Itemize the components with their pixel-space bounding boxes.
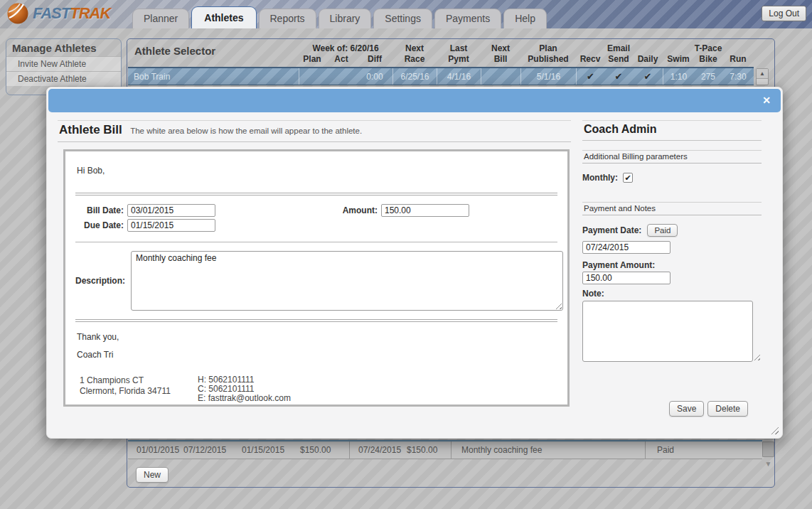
col-send: Send <box>604 54 633 65</box>
check-recv-icon: ✔ <box>576 68 604 85</box>
cell-pymt: 4/1/16 <box>437 68 481 85</box>
tab-settings[interactable]: Settings <box>373 9 432 28</box>
note-label: Note: <box>582 289 762 299</box>
payment-date-label: Payment Date: <box>582 225 641 235</box>
sidebar-item-deactivate-athlete[interactable]: Deactivate Athlete <box>6 71 121 86</box>
cell-run: 7:30 <box>722 68 754 85</box>
coach-admin-title: Coach Admin <box>584 123 657 135</box>
top-navigation-bar: FastTrak Planner Athletes Reports Librar… <box>0 0 812 28</box>
divider <box>75 242 557 242</box>
coach-contact: H: 5062101111 C: 5062101111 E: fasttrak@… <box>198 375 291 403</box>
description-label: Description: <box>75 276 124 286</box>
athlete-table-header: Week of: 6/20/16 Next Last Next Plan Ema… <box>128 43 754 65</box>
athlete-bill-section: Athlete Bill The white area below is how… <box>58 120 571 407</box>
dialog-titlebar[interactable]: ✕ <box>48 89 781 112</box>
coach-admin-section: Coach Admin Additional Billing parameter… <box>582 120 762 362</box>
tab-help[interactable]: Help <box>503 9 547 28</box>
scroll-up-icon[interactable]: ▲ <box>757 69 768 79</box>
dialog-subtitle-text: The white area below is how the email wi… <box>130 127 362 135</box>
cell-act <box>326 68 357 85</box>
header-week-of: Week of: 6/20/16 <box>299 43 392 54</box>
brand-name: FastTrak <box>33 4 110 23</box>
main-tabs: Planner Athletes Reports Library Setting… <box>132 6 549 28</box>
col-bill: Bill <box>481 54 520 65</box>
sidebar-item-invite-new-athlete[interactable]: Invite New Athlete <box>6 56 121 71</box>
divider <box>75 193 557 195</box>
email-closing: Thank you, <box>77 332 557 342</box>
col-daily: Daily <box>633 54 663 65</box>
history-due-date: 01/15/2015 <box>242 445 300 455</box>
col-diff: Diff <box>357 54 392 65</box>
save-button[interactable]: Save <box>669 401 704 417</box>
email-greeting: Hi Bob, <box>77 166 557 176</box>
col-race: Race <box>392 54 437 65</box>
app-logo: FastTrak <box>7 3 110 24</box>
cell-race: 6/25/16 <box>392 68 437 85</box>
cell-diff: 0:00 <box>357 68 392 85</box>
billing-history-row[interactable]: 01/01/2015 07/12/2015 01/15/2015 $150.00… <box>128 440 762 459</box>
col-bike: Bike <box>694 54 722 65</box>
sidebar-title: Manage Athletes <box>6 39 121 56</box>
header-email-group: Email <box>604 43 633 54</box>
col-swim: Swim <box>663 54 694 65</box>
dialog-resize-grip-icon[interactable] <box>771 427 779 434</box>
col-plan: Plan <box>299 54 326 65</box>
payment-amount-label: Payment Amount: <box>582 260 762 270</box>
col-run: Run <box>722 54 754 65</box>
history-payment-amount: $150.00 <box>407 445 437 455</box>
email-preview-area: Hi Bob, Bill Date: Amount: Due Date: Des… <box>63 149 570 407</box>
check-daily-icon: ✔ <box>633 68 663 85</box>
history-bill-date: 01/01/2015 <box>128 445 183 455</box>
cell-published: 5/1/16 <box>520 68 576 85</box>
athlete-name: Bob Train <box>128 68 299 85</box>
tab-payments[interactable]: Payments <box>434 9 501 28</box>
col-act: Act <box>326 54 357 65</box>
tab-athletes[interactable]: Athletes <box>191 6 256 28</box>
history-scrollbar[interactable]: ▼ <box>762 441 774 474</box>
history-amount: $150.00 <box>300 445 349 455</box>
athlete-list-scrollbar[interactable]: ▲ <box>756 68 769 85</box>
history-scrollbar-thumb[interactable] <box>762 441 774 457</box>
due-date-input[interactable] <box>127 219 215 232</box>
coach-address: 1 Champions CT Clermont, Florida 34711 <box>80 375 193 403</box>
fasttrak-ball-icon <box>7 3 28 24</box>
monthly-checkbox[interactable]: ✔ <box>623 173 633 183</box>
payment-date-input[interactable] <box>582 241 671 254</box>
tab-planner[interactable]: Planner <box>132 9 189 28</box>
history-description: Monthly coaching fee <box>452 445 542 455</box>
col-pymt: Pymt <box>437 54 481 65</box>
scroll-down-icon[interactable]: ▼ <box>762 460 774 468</box>
amount-label: Amount: <box>335 205 378 215</box>
log-out-button[interactable]: Log Out <box>762 6 806 21</box>
note-textarea[interactable] <box>582 301 753 362</box>
payment-amount-input[interactable] <box>582 272 671 284</box>
description-textarea[interactable]: Monthly coaching fee <box>131 251 563 311</box>
header-next-race-top: Next <box>392 43 437 54</box>
bill-date-input[interactable] <box>127 204 215 217</box>
bill-date-label: Bill Date: <box>75 205 124 215</box>
amount-input[interactable] <box>381 204 469 217</box>
col-published: Published <box>520 54 576 65</box>
divider <box>75 319 557 322</box>
header-plan-published-top: Plan <box>520 43 576 54</box>
athlete-bill-dialog: ✕ Athlete Bill The white area below is h… <box>46 87 783 439</box>
delete-button[interactable]: Delete <box>707 401 748 417</box>
tab-reports[interactable]: Reports <box>259 9 316 28</box>
payment-notes-section-label: Payment and Notes <box>582 202 762 215</box>
cell-bike: 275 <box>694 68 722 85</box>
header-next-bill-top: Next <box>481 43 520 54</box>
billing-parameters-section-label: Additional Billing parameters <box>582 150 762 164</box>
close-icon[interactable]: ✕ <box>762 95 771 106</box>
check-send-icon: ✔ <box>604 68 633 85</box>
tab-library[interactable]: Library <box>319 9 372 28</box>
new-bill-button[interactable]: New <box>136 467 169 483</box>
cell-swim: 1:10 <box>663 68 694 85</box>
due-date-label: Due Date: <box>75 220 124 230</box>
history-created-date: 07/12/2015 <box>183 445 242 455</box>
cell-plan <box>299 68 326 85</box>
athlete-row-bob-train[interactable]: Bob Train 0:00 6/25/16 4/1/16 5/1/16 ✔ ✔… <box>128 67 754 85</box>
history-payment-date: 07/24/2015 <box>350 445 407 455</box>
dialog-title: Athlete Bill <box>59 123 122 136</box>
resize-grip-icon <box>753 353 760 360</box>
paid-button[interactable]: Paid <box>647 224 678 237</box>
